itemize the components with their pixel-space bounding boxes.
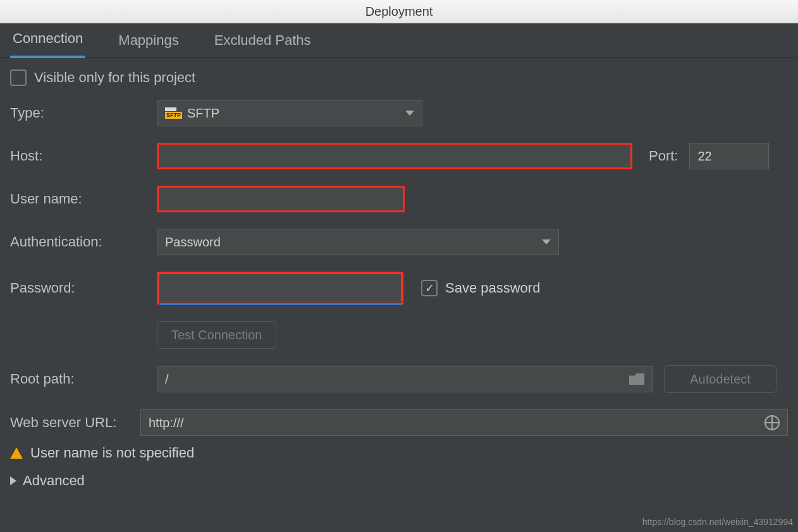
- root-path-label: Root path:: [10, 371, 157, 387]
- window-title: Deployment: [0, 0, 798, 23]
- port-label: Port:: [649, 148, 678, 164]
- webserver-url-field[interactable]: http:///: [140, 409, 788, 436]
- warning-icon: [10, 447, 23, 459]
- checkbox-checked-icon: [421, 280, 438, 296]
- password-input[interactable]: [159, 274, 402, 301]
- visible-only-label: Visible only for this project: [34, 70, 195, 86]
- checkbox-empty-icon: [10, 70, 27, 86]
- triangle-right-icon: [10, 476, 16, 485]
- warning-row: User name is not specified: [10, 445, 788, 461]
- watermark: https://blog.csdn.net/weixin_43912994: [642, 517, 793, 527]
- chevron-down-icon: [405, 111, 414, 116]
- tab-connection[interactable]: Connection: [10, 23, 85, 58]
- chevron-down-icon: [542, 239, 551, 245]
- advanced-toggle[interactable]: Advanced: [10, 473, 788, 503]
- connection-panel: Visible only for this project Type: SFTP…: [0, 58, 798, 503]
- webserver-url-label: Web server URL:: [10, 414, 140, 431]
- auth-value: Password: [165, 235, 221, 250]
- save-password-checkbox[interactable]: Save password: [421, 280, 540, 296]
- test-connection-button[interactable]: Test Connection: [157, 321, 276, 349]
- advanced-label: Advanced: [23, 473, 85, 489]
- username-input[interactable]: [157, 186, 405, 212]
- tab-mappings[interactable]: Mappings: [116, 25, 181, 57]
- save-password-label: Save password: [445, 280, 540, 296]
- type-value: SFTP: [187, 106, 219, 121]
- password-label: Password:: [10, 280, 157, 296]
- type-select[interactable]: SFTP SFTP: [157, 100, 422, 126]
- root-path-field[interactable]: /: [157, 366, 653, 392]
- warning-text: User name is not specified: [30, 445, 194, 461]
- sftp-icon: SFTP: [165, 107, 182, 119]
- autodetect-button[interactable]: Autodetect: [664, 365, 777, 393]
- folder-icon[interactable]: [629, 373, 644, 385]
- auth-select[interactable]: Password: [157, 229, 559, 255]
- port-input[interactable]: [689, 143, 769, 169]
- username-label: User name:: [10, 191, 157, 207]
- visible-only-checkbox[interactable]: Visible only for this project: [10, 70, 195, 86]
- root-path-value: /: [165, 372, 169, 387]
- auth-label: Authentication:: [10, 234, 157, 250]
- webserver-url-value: http:///: [149, 416, 184, 430]
- globe-icon[interactable]: [764, 415, 780, 430]
- tab-excluded-paths[interactable]: Excluded Paths: [212, 25, 314, 57]
- host-input[interactable]: [157, 143, 632, 169]
- type-label: Type:: [10, 105, 157, 121]
- host-label: Host:: [10, 148, 157, 164]
- tab-bar: Connection Mappings Excluded Paths: [0, 23, 798, 58]
